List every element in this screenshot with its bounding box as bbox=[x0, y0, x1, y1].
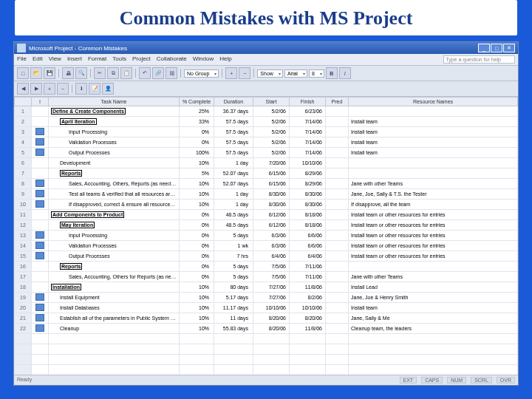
row-number[interactable]: 16 bbox=[15, 262, 32, 272]
zoom-in-icon[interactable]: + bbox=[225, 67, 237, 79]
menu-collaborate[interactable]: Collaborate bbox=[157, 55, 187, 64]
row-number[interactable]: 7 bbox=[15, 168, 32, 179]
finish-cell[interactable]: 8/29/06 bbox=[290, 168, 326, 179]
task-name-cell[interactable]: Cleanup bbox=[49, 324, 180, 334]
unlink-icon[interactable]: ⛓ bbox=[166, 67, 177, 79]
menu-edit[interactable]: Edit bbox=[33, 55, 43, 64]
pct-cell[interactable]: 0% bbox=[180, 137, 214, 148]
task-row[interactable]: 13Input Processing0%5 days6/3/066/6/06In… bbox=[15, 231, 518, 241]
col-start[interactable]: Start bbox=[253, 98, 290, 106]
row-number[interactable]: 10 bbox=[15, 200, 32, 210]
outdent-icon[interactable]: ◀ bbox=[17, 83, 29, 95]
task-row[interactable]: 3Input Processing0%57.5 days5/2/067/14/0… bbox=[15, 127, 518, 137]
finish-cell[interactable]: 8/20/06 bbox=[290, 313, 326, 324]
maximize-button[interactable]: □ bbox=[491, 44, 502, 52]
start-cell[interactable]: 8/30/06 bbox=[253, 200, 290, 210]
finish-cell[interactable]: 8/2/06 bbox=[290, 293, 326, 303]
task-name-cell[interactable]: If disapproved, correct & ensure all res… bbox=[49, 200, 180, 210]
start-cell[interactable]: 6/12/06 bbox=[253, 220, 290, 231]
pred-cell[interactable] bbox=[326, 324, 349, 334]
row-number[interactable]: 5 bbox=[15, 148, 32, 158]
resource-cell[interactable] bbox=[349, 262, 518, 272]
show-combo[interactable]: Show bbox=[257, 69, 283, 78]
finish-cell[interactable]: 7/11/06 bbox=[290, 272, 326, 282]
info-icon[interactable]: ℹ bbox=[75, 83, 87, 95]
resource-cell[interactable]: Jane with other Teams bbox=[349, 272, 518, 282]
resource-cell[interactable]: Install team bbox=[349, 303, 518, 313]
row-number[interactable]: 13 bbox=[15, 231, 32, 241]
row-number[interactable]: 2 bbox=[15, 117, 32, 127]
pred-cell[interactable] bbox=[326, 168, 349, 179]
task-row[interactable]: 18Installation10%80 days7/27/0611/8/06In… bbox=[15, 282, 518, 293]
pred-cell[interactable] bbox=[326, 106, 349, 117]
start-cell[interactable]: 5/2/06 bbox=[253, 137, 290, 148]
zoom-out-icon[interactable]: − bbox=[239, 67, 250, 79]
resource-cell[interactable]: Install team or other resources for entr… bbox=[349, 251, 518, 262]
col-taskname[interactable]: Task Name bbox=[49, 98, 180, 106]
menu-window[interactable]: Window bbox=[193, 55, 214, 64]
col-pred[interactable]: Pred bbox=[326, 98, 349, 106]
task-name-cell[interactable]: Test all teams & verified that all resou… bbox=[49, 189, 180, 200]
start-cell[interactable]: 7/27/06 bbox=[253, 293, 290, 303]
task-name-cell[interactable]: Installation bbox=[49, 282, 180, 293]
duration-cell[interactable]: 11 days bbox=[214, 313, 253, 324]
task-name-cell[interactable]: Output Processes bbox=[49, 251, 180, 262]
duration-cell[interactable]: 57.5 days bbox=[214, 127, 253, 137]
resource-cell[interactable]: Install team or other resources for entr… bbox=[349, 220, 518, 231]
group-combo[interactable]: No Group bbox=[184, 69, 219, 78]
preview-icon[interactable]: 🔍 bbox=[75, 67, 87, 79]
pred-cell[interactable] bbox=[326, 293, 349, 303]
pred-cell[interactable] bbox=[326, 210, 349, 220]
resource-cell[interactable] bbox=[349, 106, 518, 117]
task-row[interactable]: 7Reports5%52.07 days6/15/068/29/06 bbox=[15, 168, 518, 179]
indicator-cell[interactable] bbox=[32, 251, 49, 262]
pct-cell[interactable]: 10% bbox=[180, 200, 214, 210]
task-name-cell[interactable]: April Iteration bbox=[49, 117, 180, 127]
indicator-cell[interactable] bbox=[32, 231, 49, 241]
duration-cell[interactable]: 48.5 days bbox=[214, 220, 253, 231]
empty-row[interactable] bbox=[15, 334, 518, 344]
pct-cell[interactable]: 0% bbox=[180, 231, 214, 241]
indicator-cell[interactable] bbox=[32, 137, 49, 148]
empty-row[interactable] bbox=[15, 365, 518, 375]
resource-cell[interactable]: Install team bbox=[349, 148, 518, 158]
duration-cell[interactable]: 11.17 days bbox=[214, 303, 253, 313]
duration-cell[interactable]: 5 days bbox=[214, 262, 253, 272]
duration-cell[interactable]: 5.17 days bbox=[214, 293, 253, 303]
finish-cell[interactable]: 10/10/06 bbox=[290, 303, 326, 313]
fontsize-combo[interactable]: 8 bbox=[309, 69, 324, 78]
task-row[interactable]: 22Cleanup10%55.83 days8/20/0611/8/06Clea… bbox=[15, 324, 518, 334]
task-row[interactable]: 5Output Processes100%57.5 days5/2/067/14… bbox=[15, 148, 518, 158]
new-icon[interactable]: □ bbox=[17, 67, 29, 79]
resource-cell[interactable]: Install team bbox=[349, 127, 518, 137]
undo-icon[interactable]: ↶ bbox=[139, 67, 151, 79]
finish-cell[interactable]: 7/11/06 bbox=[290, 262, 326, 272]
finish-cell[interactable]: 8/30/06 bbox=[290, 200, 326, 210]
pct-cell[interactable]: 0% bbox=[180, 272, 214, 282]
pct-cell[interactable]: 10% bbox=[180, 324, 214, 334]
col-indicator[interactable]: i bbox=[32, 98, 49, 106]
finish-cell[interactable]: 8/18/06 bbox=[290, 220, 326, 231]
start-cell[interactable]: 5/2/06 bbox=[253, 106, 290, 117]
indicator-cell[interactable] bbox=[32, 179, 49, 189]
save-icon[interactable]: 💾 bbox=[44, 67, 55, 79]
start-cell[interactable]: 6/4/06 bbox=[253, 251, 290, 262]
pct-cell[interactable]: 0% bbox=[180, 210, 214, 220]
menu-help[interactable]: Help bbox=[219, 55, 231, 64]
pred-cell[interactable] bbox=[326, 148, 349, 158]
row-number[interactable]: 19 bbox=[15, 293, 32, 303]
row-number[interactable]: 1 bbox=[15, 106, 32, 117]
start-cell[interactable]: 6/15/06 bbox=[253, 179, 290, 189]
resource-cell[interactable]: Install Lead bbox=[349, 282, 518, 293]
task-row[interactable]: 2April Iteration33%57.5 days5/2/067/14/0… bbox=[15, 117, 518, 127]
pct-cell[interactable]: 10% bbox=[180, 179, 214, 189]
finish-cell[interactable]: 11/8/06 bbox=[290, 324, 326, 334]
resource-cell[interactable]: Install team or other resources for entr… bbox=[349, 241, 518, 251]
finish-cell[interactable]: 7/14/06 bbox=[290, 137, 326, 148]
pct-cell[interactable]: 0% bbox=[180, 127, 214, 137]
indicator-cell[interactable] bbox=[32, 106, 49, 117]
task-row[interactable]: 8Sales, Accounting, Others, Reports (as … bbox=[15, 179, 518, 189]
resource-cell[interactable]: Jane with other Teams bbox=[349, 179, 518, 189]
indicator-cell[interactable] bbox=[32, 168, 49, 179]
pred-cell[interactable] bbox=[326, 251, 349, 262]
